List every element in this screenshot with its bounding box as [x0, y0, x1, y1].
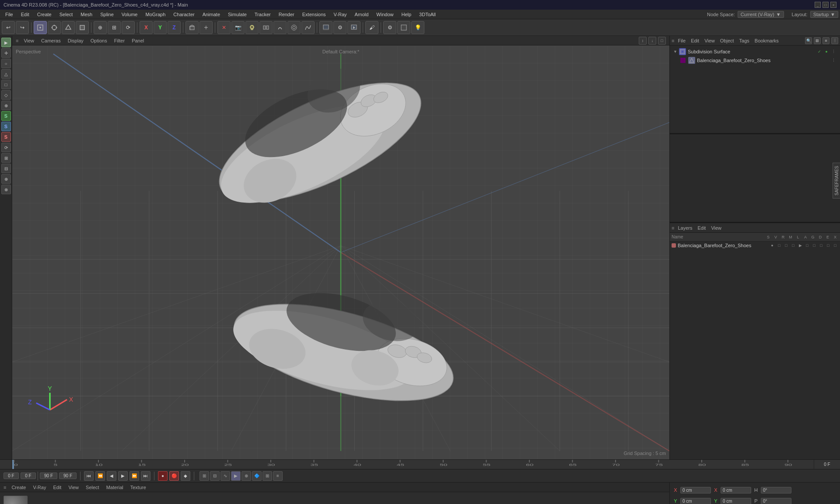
minimize-button[interactable]: _: [815, 2, 821, 8]
cube-button[interactable]: [186, 21, 199, 34]
vp-menu-view[interactable]: View: [22, 38, 36, 43]
coord-x-size[interactable]: [721, 487, 751, 494]
light-button[interactable]: [245, 21, 259, 34]
sidebar-sculpt-tool[interactable]: S: [1, 122, 11, 131]
menu-arnold[interactable]: Arnold: [351, 11, 372, 18]
viewport-display-button[interactable]: [397, 21, 410, 34]
viewport[interactable]: X Y Z Perspective Default Camera:* Grid …: [12, 46, 669, 459]
vp-expand-button[interactable]: ↕: [639, 37, 647, 45]
timeline-icon[interactable]: ⊟: [210, 471, 220, 481]
render-settings-button[interactable]: ⚙: [333, 21, 346, 34]
vp-menu-cameras[interactable]: Cameras: [39, 38, 63, 43]
menu-simulate[interactable]: Simulate: [224, 11, 250, 18]
stop-button[interactable]: ✕: [217, 21, 231, 34]
deformer-button[interactable]: [273, 21, 287, 34]
coord-y-size[interactable]: [721, 498, 751, 504]
nodespace-dropdown[interactable]: Current (V-Ray) ▼: [738, 11, 784, 18]
rp-menu-edit[interactable]: Edit: [689, 38, 701, 43]
sidebar-smooth-tool[interactable]: ⊕: [1, 174, 11, 184]
motion-clip-icon[interactable]: ⊞: [200, 471, 209, 481]
menu-volume[interactable]: Volume: [118, 11, 141, 18]
layer-icon-d[interactable]: □: [818, 242, 824, 248]
frame-end2-input[interactable]: [59, 472, 77, 479]
rp-menu-file[interactable]: File: [676, 38, 687, 43]
rp-menu-view[interactable]: View: [703, 38, 717, 43]
bt-select[interactable]: Select: [84, 485, 101, 490]
bt-material[interactable]: Material: [105, 485, 125, 490]
paint-tool-button[interactable]: 🖌: [365, 21, 378, 34]
tree-item-subdivision[interactable]: ▼ Subdivision Surface ✓ ● ⋮: [672, 47, 838, 56]
window-controls[interactable]: _ □ ×: [815, 2, 836, 8]
bt-view[interactable]: View: [66, 485, 80, 490]
vp-menu-filter[interactable]: Filter: [112, 38, 126, 43]
rp-menu-object[interactable]: Object: [718, 38, 736, 43]
rp-more-icon[interactable]: ⋮: [831, 37, 838, 44]
vp-fullscreen-button[interactable]: □: [658, 37, 666, 45]
coord-y-pos[interactable]: [680, 498, 711, 504]
sidebar-spline-tool[interactable]: S: [1, 111, 11, 121]
menu-create[interactable]: Create: [34, 11, 55, 18]
nla-icon[interactable]: ≡: [273, 471, 283, 481]
vp-menu-display[interactable]: Display: [66, 38, 85, 43]
bt-edit[interactable]: Edit: [51, 485, 63, 490]
layer-icon-a[interactable]: □: [804, 242, 810, 248]
sidebar-move-tool[interactable]: ✛: [1, 48, 11, 58]
layer-icon-x[interactable]: □: [832, 242, 838, 248]
menu-mesh[interactable]: Mesh: [77, 11, 96, 18]
char-anim-icon[interactable]: 🔷: [252, 471, 262, 481]
play-back-button[interactable]: ◀: [107, 471, 116, 481]
material-thumbnail[interactable]: [4, 496, 28, 504]
z-axis-button[interactable]: Z: [168, 21, 181, 34]
spline-button[interactable]: [301, 21, 315, 34]
rp-menu-tags[interactable]: Tags: [738, 38, 751, 43]
lock-icon[interactable]: ●: [823, 49, 830, 55]
mesh-more-icon[interactable]: ⋮: [830, 57, 836, 63]
field-button[interactable]: [287, 21, 301, 34]
coord-p-rot[interactable]: [761, 498, 791, 504]
rotate-tool-button[interactable]: ⟳: [122, 21, 135, 34]
menu-select[interactable]: Select: [56, 11, 77, 18]
close-button[interactable]: ×: [830, 2, 836, 8]
x-axis-button[interactable]: X: [140, 21, 153, 34]
bt-vray[interactable]: V-Ray: [31, 485, 48, 490]
bt-texture[interactable]: Texture: [129, 485, 148, 490]
sidebar-rotate-tool[interactable]: △: [1, 69, 11, 79]
rp-menu-icon[interactable]: ≡: [672, 38, 674, 43]
sidebar-rect-select[interactable]: ◇: [1, 90, 11, 100]
render-button[interactable]: [347, 21, 360, 34]
vp-snapshot-button[interactable]: ↓: [648, 37, 656, 45]
scale-tool-button[interactable]: ⊞: [108, 21, 121, 34]
menu-character[interactable]: Character: [170, 11, 198, 18]
symmetry-button[interactable]: [259, 21, 273, 34]
y-axis-button[interactable]: Y: [154, 21, 167, 34]
menu-render[interactable]: Render: [275, 11, 298, 18]
settings-button[interactable]: ⚙: [383, 21, 396, 34]
play-button[interactable]: ▶: [118, 471, 128, 481]
sidebar-select-tool[interactable]: ▶: [1, 38, 11, 47]
auto-key-button[interactable]: 🔴: [169, 471, 179, 481]
layers-menu-view[interactable]: View: [709, 225, 723, 231]
move-tool-button[interactable]: ⊕: [94, 21, 107, 34]
material-item[interactable]: Balencia: [4, 496, 28, 504]
edge-mode-button[interactable]: [62, 21, 75, 34]
layer-icon-e[interactable]: □: [825, 242, 831, 248]
layers-menu-icon[interactable]: ≡: [672, 225, 674, 231]
keyframe-button[interactable]: ◆: [181, 471, 190, 481]
coord-h-rot[interactable]: [761, 487, 791, 494]
light-icon-button[interactable]: 💡: [411, 21, 424, 34]
layer-icon-m[interactable]: □: [790, 242, 796, 248]
undo-button[interactable]: ↩: [2, 21, 15, 34]
menu-animate[interactable]: Animate: [199, 11, 224, 18]
menu-tracker[interactable]: Tracker: [251, 11, 274, 18]
menu-edit[interactable]: Edit: [18, 11, 33, 18]
layout-dropdown[interactable]: Startup ▼: [810, 11, 838, 18]
layer-icon-render[interactable]: □: [783, 242, 789, 248]
maximize-button[interactable]: □: [822, 2, 829, 8]
safeframes-tab[interactable]: SAFEFRAMES: [833, 163, 840, 199]
rp-sort-icon[interactable]: ≡: [822, 37, 830, 44]
sidebar-magnet-tool[interactable]: ⟳: [1, 143, 11, 152]
redo-button[interactable]: ↪: [16, 21, 29, 34]
more-icon[interactable]: ⋮: [830, 49, 836, 55]
layer-icon-g[interactable]: □: [811, 242, 817, 248]
menu-file[interactable]: File: [2, 11, 17, 18]
